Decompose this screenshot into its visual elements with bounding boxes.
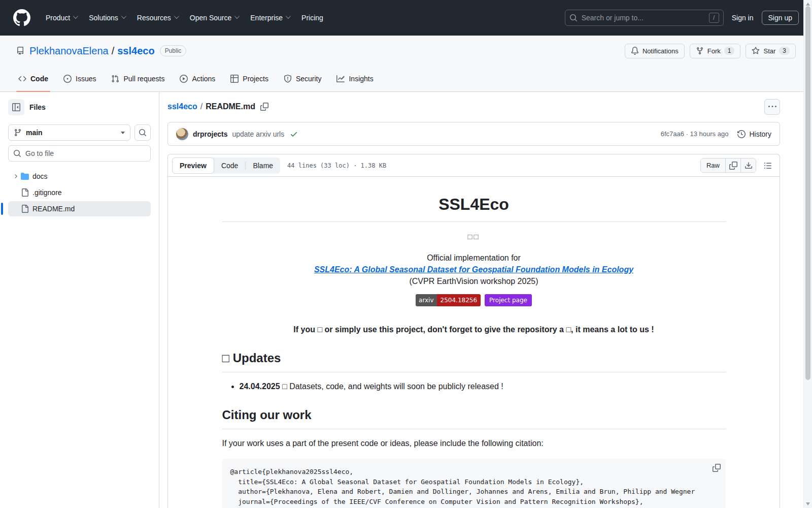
outline-button[interactable] (760, 158, 775, 173)
nav-item-product[interactable]: Product (42, 11, 81, 25)
commit-message-link[interactable]: update arxiv urls (232, 130, 284, 138)
more-options-button[interactable] (764, 99, 780, 115)
tab-code-view[interactable]: Code (214, 157, 245, 174)
copy-file-button[interactable] (725, 158, 740, 172)
tree-item-gitignore[interactable]: .gitignore (8, 185, 151, 200)
project-page-badge[interactable]: Project page (485, 294, 532, 306)
copy-code-button[interactable] (713, 464, 721, 472)
commit-author-link[interactable]: drprojects (193, 130, 227, 138)
readme-title: SSL4Eco (222, 192, 726, 222)
star-label: Star (763, 47, 775, 55)
readme-emoji-placeholders: □□ (222, 231, 726, 243)
star-count: 3 (779, 47, 790, 55)
download-button[interactable] (740, 158, 756, 172)
update-item: 24.04.2025 □ Datasets, code, and weights… (240, 380, 726, 393)
table-icon (230, 75, 239, 83)
tab-projects[interactable]: Projects (224, 66, 275, 91)
chevron-down-icon (174, 14, 179, 19)
selected-indicator (1, 203, 3, 215)
collapse-sidebar-button[interactable] (8, 99, 24, 115)
nav-item-label: Pricing (301, 14, 323, 22)
chevron-down-icon (234, 14, 240, 19)
sidebar-collapse-icon (12, 103, 20, 111)
repo-separator: / (112, 45, 115, 57)
checks-status-icon[interactable] (290, 130, 298, 138)
updates-list: 24.04.2025 □ Datasets, code, and weights… (222, 380, 726, 393)
folder-icon (21, 172, 29, 180)
go-to-file-box (8, 145, 151, 162)
issue-icon (63, 75, 72, 83)
nav-item-label: Solutions (89, 14, 118, 22)
tab-label: Code (30, 75, 48, 83)
tab-label: Insights (349, 75, 373, 83)
chevron-right-icon (13, 173, 19, 179)
nav-item-label: Enterprise (250, 14, 283, 22)
breadcrumb-separator: / (200, 102, 202, 111)
update-date: 24.04.2025 (240, 382, 280, 391)
avatar[interactable] (176, 128, 188, 140)
tab-insights[interactable]: Insights (330, 66, 379, 91)
visibility-badge: Public (160, 45, 187, 56)
page-scrollbar[interactable] (803, 0, 812, 508)
copy-icon (713, 464, 721, 472)
tree-search-button[interactable] (134, 124, 151, 141)
branch-selector[interactable]: main (8, 124, 130, 141)
nav-item-solutions[interactable]: Solutions (85, 11, 129, 25)
tab-blame[interactable]: Blame (246, 157, 280, 174)
nav-item-label: Product (46, 14, 70, 22)
paper-link[interactable]: SSL4Eco: A Global Seasonal Dataset for G… (314, 265, 633, 274)
citation-code-block: @article{plekhanova2025ssl4eco, title={S… (222, 459, 726, 508)
go-to-file-input[interactable] (25, 149, 146, 157)
code-line: journal={Proceedings of the IEEE/CVF Con… (230, 497, 718, 507)
breadcrumb: ssl4eco / README.md (167, 99, 780, 115)
tab-code[interactable]: Code (12, 66, 54, 91)
copy-path-button[interactable] (260, 103, 268, 111)
main-content: ssl4eco / README.md drprojects update ar… (159, 92, 812, 508)
search-icon (13, 149, 21, 157)
nav-item-pricing[interactable]: Pricing (297, 11, 327, 25)
repo-tabs: Code Issues Pull requests Actions Projec… (0, 66, 812, 91)
tab-pull-requests[interactable]: Pull requests (105, 66, 171, 91)
repo-owner-link[interactable]: PlekhanovaElena (29, 45, 109, 57)
star-icon (752, 47, 760, 55)
star-button[interactable]: Star 3 (746, 44, 796, 58)
sign-in-link[interactable]: Sign in (732, 14, 754, 22)
tab-issues[interactable]: Issues (57, 66, 102, 91)
update-text: □ Datasets, code, and weights will soon … (282, 382, 503, 391)
arxiv-badge[interactable]: arxiv 2504.18256 (416, 294, 481, 306)
fork-button[interactable]: Fork 1 (690, 44, 741, 58)
sign-up-button[interactable]: Sign up (762, 11, 799, 25)
nav-item-enterprise[interactable]: Enterprise (246, 11, 293, 25)
tab-preview[interactable]: Preview (172, 157, 214, 174)
search-input[interactable] (582, 14, 705, 22)
tab-security[interactable]: Security (278, 66, 328, 91)
code-icon (18, 75, 26, 83)
breadcrumb-repo-link[interactable]: ssl4eco (167, 102, 197, 111)
repo-name-link[interactable]: ssl4eco (117, 45, 154, 57)
tree-item-label: .gitignore (32, 188, 62, 197)
notifications-button[interactable]: Notifications (625, 44, 685, 58)
github-logo-icon[interactable] (13, 9, 30, 26)
history-button[interactable]: History (737, 130, 771, 138)
git-branch-icon (14, 129, 22, 137)
tab-label: Issues (76, 75, 96, 83)
commit-sha-time[interactable]: 6fc7aa6 · 13 hours ago (661, 130, 729, 138)
global-search-box[interactable]: / (565, 10, 724, 26)
scroll-down-arrow[interactable] (806, 502, 810, 505)
scrollbar-thumb[interactable] (805, 6, 810, 380)
scroll-up-arrow[interactable] (806, 3, 810, 6)
tab-actions[interactable]: Actions (174, 66, 221, 91)
file-tree-sidebar: Files main docs (0, 92, 159, 508)
chevron-down-icon (73, 14, 78, 19)
fork-label: Fork (707, 47, 721, 55)
fork-count: 1 (724, 47, 735, 55)
citing-heading: Citing our work (222, 406, 726, 429)
nav-item-open-source[interactable]: Open Source (186, 11, 243, 25)
tree-item-docs[interactable]: docs (8, 169, 151, 184)
tree-item-readme[interactable]: README.md (8, 201, 151, 216)
history-icon (737, 130, 746, 138)
chevron-down-icon (121, 14, 126, 19)
raw-button[interactable]: Raw (701, 158, 725, 172)
nav-item-resources[interactable]: Resources (133, 11, 182, 25)
citing-intro: If your work uses a part of the present … (222, 437, 726, 450)
